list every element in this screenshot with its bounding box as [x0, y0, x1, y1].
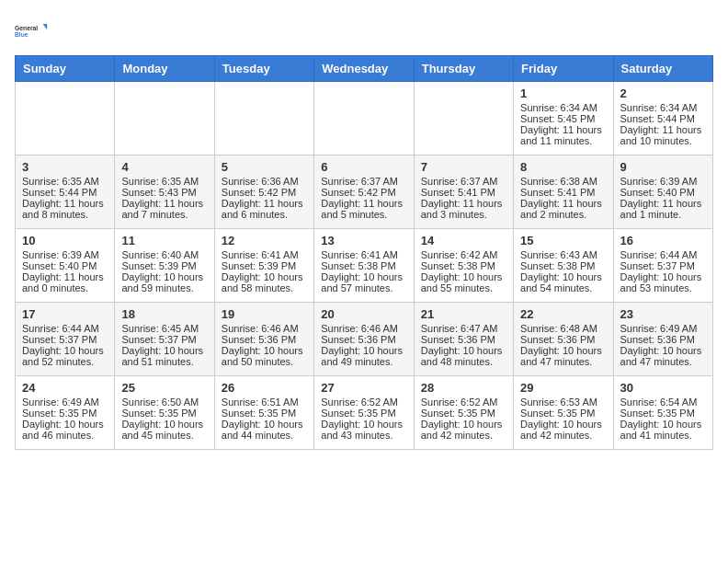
- calendar-cell: 25Sunrise: 6:50 AMSunset: 5:35 PMDayligh…: [115, 376, 214, 450]
- day-info: Daylight: 10 hours and 42 minutes.: [520, 419, 606, 441]
- day-info: Daylight: 10 hours and 51 minutes.: [121, 345, 207, 367]
- day-info: Daylight: 10 hours and 47 minutes.: [520, 345, 606, 367]
- day-info: Daylight: 11 hours and 1 minute.: [620, 198, 706, 220]
- calendar-cell: 30Sunrise: 6:54 AMSunset: 5:35 PMDayligh…: [613, 376, 712, 450]
- week-row-3: 10Sunrise: 6:39 AMSunset: 5:40 PMDayligh…: [16, 229, 713, 303]
- day-info: Sunrise: 6:49 AM: [22, 396, 108, 408]
- day-info: Daylight: 11 hours and 6 minutes.: [222, 198, 307, 220]
- calendar-cell: 26Sunrise: 6:51 AMSunset: 5:35 PMDayligh…: [214, 376, 313, 450]
- calendar-cell: [115, 82, 214, 155]
- day-number: 19: [222, 307, 307, 321]
- day-info: Daylight: 10 hours and 43 minutes.: [321, 419, 406, 441]
- day-number: 2: [620, 86, 706, 100]
- day-info: Sunrise: 6:48 AM: [520, 323, 606, 334]
- day-info: Daylight: 10 hours and 58 minutes.: [222, 271, 307, 293]
- day-info: Sunset: 5:37 PM: [22, 334, 108, 345]
- day-info: Sunrise: 6:46 AM: [321, 323, 406, 334]
- calendar-cell: 4Sunrise: 6:35 AMSunset: 5:43 PMDaylight…: [115, 155, 214, 229]
- day-info: Sunset: 5:36 PM: [421, 334, 506, 345]
- day-info: Sunset: 5:35 PM: [620, 408, 706, 419]
- day-info: Sunrise: 6:44 AM: [620, 249, 706, 260]
- day-info: Sunset: 5:39 PM: [121, 260, 207, 271]
- day-number: 22: [520, 307, 606, 321]
- logo: General Blue: [15, 15, 48, 48]
- calendar-cell: 29Sunrise: 6:53 AMSunset: 5:35 PMDayligh…: [514, 376, 613, 450]
- day-number: 25: [121, 381, 207, 395]
- weekday-header-wednesday: Wednesday: [314, 56, 414, 82]
- calendar-cell: 5Sunrise: 6:36 AMSunset: 5:42 PMDaylight…: [214, 155, 313, 229]
- day-info: Daylight: 10 hours and 45 minutes.: [121, 419, 207, 441]
- calendar-cell: 9Sunrise: 6:39 AMSunset: 5:40 PMDaylight…: [613, 155, 712, 229]
- weekday-header-monday: Monday: [115, 56, 214, 82]
- calendar-cell: 17Sunrise: 6:44 AMSunset: 5:37 PMDayligh…: [16, 303, 115, 376]
- day-info: Daylight: 10 hours and 52 minutes.: [22, 345, 108, 367]
- day-info: Daylight: 10 hours and 59 minutes.: [121, 271, 207, 293]
- day-info: Sunrise: 6:36 AM: [222, 176, 307, 187]
- day-info: Sunrise: 6:40 AM: [121, 249, 207, 260]
- day-info: Daylight: 10 hours and 46 minutes.: [22, 419, 108, 441]
- calendar-table: SundayMondayTuesdayWednesdayThursdayFrid…: [15, 55, 713, 450]
- weekday-header-row: SundayMondayTuesdayWednesdayThursdayFrid…: [16, 56, 713, 82]
- day-info: Daylight: 10 hours and 42 minutes.: [421, 419, 506, 441]
- day-number: 23: [620, 307, 706, 321]
- day-info: Sunrise: 6:47 AM: [421, 323, 506, 334]
- day-info: Daylight: 10 hours and 57 minutes.: [321, 271, 406, 293]
- day-number: 4: [121, 160, 207, 174]
- day-info: Sunset: 5:36 PM: [222, 334, 307, 345]
- day-info: Sunset: 5:38 PM: [421, 260, 506, 271]
- day-number: 16: [620, 234, 706, 247]
- day-info: Sunset: 5:35 PM: [421, 408, 506, 419]
- day-info: Sunrise: 6:38 AM: [520, 176, 606, 187]
- logo-svg: General Blue: [15, 15, 48, 48]
- day-number: 14: [421, 234, 506, 247]
- calendar-cell: 20Sunrise: 6:46 AMSunset: 5:36 PMDayligh…: [314, 303, 414, 376]
- page-header: General Blue: [15, 15, 713, 48]
- calendar-cell: [16, 82, 115, 155]
- calendar-cell: 3Sunrise: 6:35 AMSunset: 5:44 PMDaylight…: [16, 155, 115, 229]
- calendar-cell: 18Sunrise: 6:45 AMSunset: 5:37 PMDayligh…: [115, 303, 214, 376]
- day-info: Sunset: 5:35 PM: [520, 408, 606, 419]
- calendar-cell: 12Sunrise: 6:41 AMSunset: 5:39 PMDayligh…: [214, 229, 313, 303]
- calendar-cell: 14Sunrise: 6:42 AMSunset: 5:38 PMDayligh…: [414, 229, 513, 303]
- day-info: Daylight: 10 hours and 54 minutes.: [520, 271, 606, 293]
- svg-text:General: General: [15, 25, 38, 31]
- day-info: Sunrise: 6:37 AM: [321, 176, 406, 187]
- day-info: Sunrise: 6:37 AM: [421, 176, 506, 187]
- day-info: Daylight: 10 hours and 41 minutes.: [620, 419, 706, 441]
- calendar-cell: 13Sunrise: 6:41 AMSunset: 5:38 PMDayligh…: [314, 229, 414, 303]
- day-info: Sunrise: 6:46 AM: [222, 323, 307, 334]
- calendar-cell: 22Sunrise: 6:48 AMSunset: 5:36 PMDayligh…: [514, 303, 613, 376]
- day-number: 18: [121, 307, 207, 321]
- day-number: 20: [321, 307, 406, 321]
- day-info: Sunrise: 6:35 AM: [22, 176, 108, 187]
- calendar-cell: 7Sunrise: 6:37 AMSunset: 5:41 PMDaylight…: [414, 155, 513, 229]
- day-info: Daylight: 10 hours and 49 minutes.: [321, 345, 406, 367]
- day-number: 11: [121, 234, 207, 247]
- day-info: Daylight: 11 hours and 0 minutes.: [22, 271, 108, 293]
- day-info: Sunset: 5:40 PM: [620, 187, 706, 198]
- day-number: 26: [222, 381, 307, 395]
- calendar-cell: [314, 82, 414, 155]
- day-info: Sunrise: 6:45 AM: [121, 323, 207, 334]
- day-info: Daylight: 10 hours and 53 minutes.: [620, 271, 706, 293]
- day-info: Daylight: 10 hours and 47 minutes.: [620, 345, 706, 367]
- day-number: 30: [620, 381, 706, 395]
- day-info: Sunset: 5:44 PM: [620, 113, 706, 124]
- day-info: Sunset: 5:38 PM: [321, 260, 406, 271]
- weekday-header-sunday: Sunday: [16, 56, 115, 82]
- day-info: Daylight: 11 hours and 3 minutes.: [421, 198, 506, 220]
- calendar-cell: [414, 82, 513, 155]
- calendar-cell: 2Sunrise: 6:34 AMSunset: 5:44 PMDaylight…: [613, 82, 712, 155]
- day-info: Sunrise: 6:49 AM: [620, 323, 706, 334]
- svg-text:Blue: Blue: [15, 31, 28, 38]
- day-info: Sunset: 5:39 PM: [222, 260, 307, 271]
- day-number: 24: [22, 381, 108, 395]
- day-info: Daylight: 10 hours and 55 minutes.: [421, 271, 506, 293]
- day-info: Sunrise: 6:53 AM: [520, 396, 606, 408]
- day-info: Sunrise: 6:52 AM: [321, 396, 406, 408]
- calendar-cell: 21Sunrise: 6:47 AMSunset: 5:36 PMDayligh…: [414, 303, 513, 376]
- day-info: Sunset: 5:35 PM: [22, 408, 108, 419]
- day-number: 29: [520, 381, 606, 395]
- day-info: Sunset: 5:35 PM: [121, 408, 207, 419]
- day-info: Sunset: 5:35 PM: [222, 408, 307, 419]
